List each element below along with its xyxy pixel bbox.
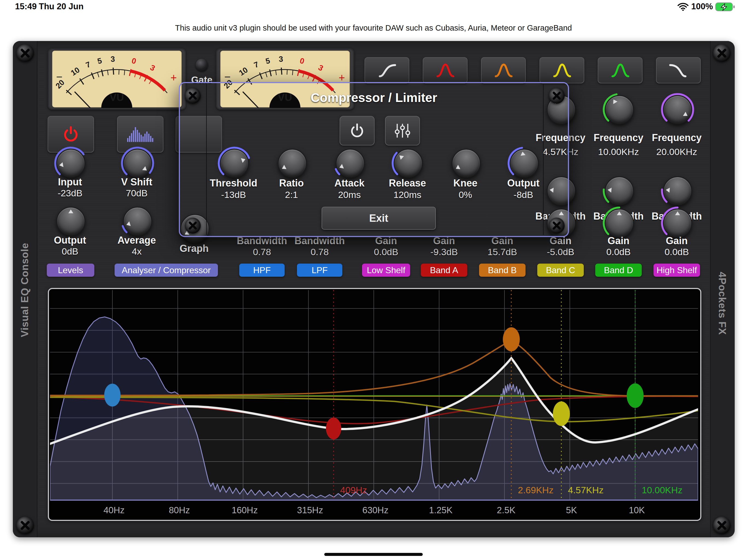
high-shelf-frequency-knob[interactable]: [663, 95, 692, 124]
hpf-curve-button[interactable]: [364, 57, 409, 83]
axis-tick: 630Hz: [359, 505, 392, 515]
release-knob[interactable]: [394, 149, 423, 178]
attack-label: Attack: [319, 177, 380, 189]
band-d-frequency-value: 10.00KHz: [588, 147, 649, 157]
eq-graph: 409Hz 2.69KHz 4.57KHz 10.00KHz 40Hz 80Hz…: [48, 288, 701, 521]
panel-screw-icon: [17, 516, 34, 534]
band-d-bandwidth-knob[interactable]: [605, 176, 634, 205]
hpf-handle[interactable]: [104, 384, 121, 407]
high-shelf-frequency-value: 20.00KHz: [647, 147, 707, 157]
hpf-button[interactable]: HPF: [239, 263, 285, 277]
ratio-label: Ratio: [261, 177, 321, 189]
ratio-knob[interactable]: [278, 149, 307, 178]
knee-label: Knee: [435, 177, 495, 189]
ratio-value: 2:1: [261, 189, 321, 200]
lpf-bandwidth-value: 0.78: [289, 247, 350, 257]
band-d-gain-knob[interactable]: [605, 209, 634, 238]
band-a-handle[interactable]: [326, 417, 341, 439]
high-shelf-gain-label: Gain: [647, 235, 707, 247]
low-shelf-button[interactable]: Low Shelf: [362, 263, 410, 277]
axis-tick: 5K: [555, 505, 588, 515]
band-d-frequency-label: Frequency: [588, 132, 649, 144]
axis-tick: 80Hz: [163, 505, 196, 515]
compressor-settings-button[interactable]: [385, 116, 420, 146]
average-knob[interactable]: [123, 207, 152, 236]
analyser-bars-icon: [127, 126, 154, 143]
clock: 15:49: [15, 2, 36, 11]
axis-tick: 10K: [620, 505, 653, 515]
band-d-bell-button[interactable]: [598, 57, 643, 83]
high-shelf-bandwidth-knob[interactable]: [663, 176, 692, 205]
svg-text:−: −: [56, 71, 62, 83]
dialog-screw-icon: [185, 218, 201, 233]
yellow-bell-icon: [552, 61, 572, 79]
input-knob[interactable]: [56, 149, 85, 178]
plugin-name-left: Visual EQ Console: [13, 232, 37, 347]
band-b-bell-button[interactable]: [481, 57, 526, 83]
hpf-curve-icon: [377, 61, 397, 79]
input-value: -23dB: [40, 188, 100, 199]
band-a-button[interactable]: Band A: [421, 263, 467, 277]
release-value: 120ms: [377, 189, 437, 200]
red-bell-icon: [435, 61, 455, 79]
compressor-power-button[interactable]: [340, 116, 375, 146]
band-d-frequency-knob[interactable]: [605, 95, 634, 124]
average-value: 4x: [107, 246, 167, 257]
comp-output-value: -8dB: [493, 189, 553, 200]
header-note: This audio unit v3 plugin should be used…: [0, 24, 747, 32]
lpf-curve-button[interactable]: [656, 57, 701, 83]
power-icon: [62, 126, 80, 143]
knee-knob[interactable]: [452, 149, 481, 178]
vshift-value: 70dB: [107, 188, 167, 199]
band-b-handle[interactable]: [503, 327, 520, 351]
band-b-button[interactable]: Band B: [479, 263, 525, 277]
band-c-button[interactable]: Band C: [537, 263, 584, 277]
svg-text:3: 3: [110, 54, 115, 63]
home-indicator[interactable]: [324, 553, 423, 556]
svg-text:3: 3: [279, 54, 283, 63]
dialog-seam: [543, 84, 544, 235]
exit-button[interactable]: Exit: [321, 207, 436, 230]
lpf-button[interactable]: LPF: [297, 263, 342, 277]
high-shelf-button[interactable]: High Shelf: [653, 263, 700, 277]
band-c-bell-button[interactable]: [539, 57, 584, 83]
vshift-label: V Shift: [107, 176, 167, 188]
attack-value: 20ms: [319, 189, 380, 200]
panel-screw-icon: [17, 44, 34, 62]
vshift-knob[interactable]: [123, 149, 152, 178]
band-c-gain-value: -5.0dB: [531, 247, 591, 257]
battery-charging-icon: [715, 2, 736, 12]
band-c-handle[interactable]: [553, 401, 570, 426]
brand-name-right: 4Pockets FX: [710, 246, 734, 361]
threshold-knob[interactable]: [220, 149, 249, 178]
band-d-gain-label: Gain: [588, 235, 649, 247]
comp-output-knob[interactable]: [510, 149, 539, 178]
sliders-icon: [394, 123, 411, 138]
high-shelf-gain-knob[interactable]: [663, 209, 692, 238]
output-knob[interactable]: [56, 207, 85, 236]
dialog-seam: [206, 84, 207, 235]
band-d-gain-value: 0.0dB: [588, 247, 649, 257]
band-b-gain-value: 15.7dB: [472, 247, 532, 257]
attack-knob[interactable]: [336, 149, 365, 178]
input-label: Input: [40, 176, 100, 188]
compressor-limiter-dialog: Compressor / Limiter Threshold -13dB Rat…: [179, 82, 569, 237]
dialog-title: Compressor / Limiter: [180, 90, 568, 105]
band-c-freq-readout: 4.57KHz: [568, 485, 603, 495]
date: Thu 20 Jun: [39, 2, 84, 11]
threshold-label: Threshold: [203, 177, 264, 189]
band-d-button[interactable]: Band D: [595, 263, 642, 277]
knee-value: 0%: [435, 189, 495, 200]
dialog-screw-icon: [549, 218, 565, 233]
svg-text:VU: VU: [110, 92, 124, 103]
comp-output-label: Output: [493, 177, 553, 189]
axis-tick: 315Hz: [294, 505, 327, 515]
levels-button[interactable]: Levels: [47, 263, 94, 277]
analyser-compressor-button[interactable]: Analyser / Compressor: [114, 263, 218, 277]
vu-meter-left: 20 10 7 5 3 0 3 − + VU: [48, 48, 186, 110]
band-d-handle[interactable]: [627, 383, 644, 408]
hpf-bandwidth-value: 0.78: [232, 247, 292, 257]
band-a-bell-button[interactable]: [423, 57, 468, 83]
green-bell-icon: [610, 61, 630, 79]
wifi-icon: [677, 3, 689, 11]
